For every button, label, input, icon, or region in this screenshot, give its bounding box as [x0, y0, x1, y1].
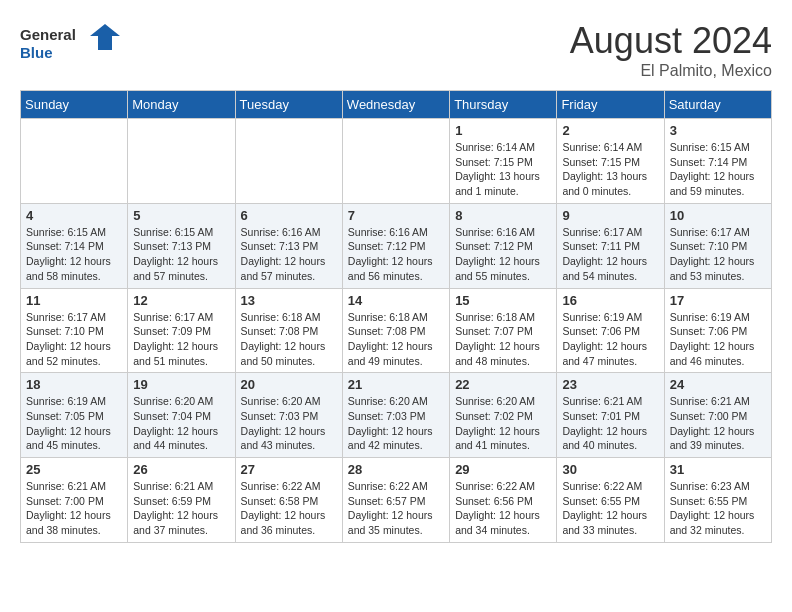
table-row: 21 Sunrise: 6:20 AMSunset: 7:03 PMDaylig…: [342, 373, 449, 458]
month-year: August 2024: [570, 20, 772, 62]
day-info: Sunrise: 6:22 AMSunset: 6:56 PMDaylight:…: [455, 479, 551, 538]
col-sunday: Sunday: [21, 91, 128, 119]
table-row: 9 Sunrise: 6:17 AMSunset: 7:11 PMDayligh…: [557, 203, 664, 288]
day-info: Sunrise: 6:15 AMSunset: 7:13 PMDaylight:…: [133, 225, 229, 284]
day-number: 12: [133, 293, 229, 308]
col-saturday: Saturday: [664, 91, 771, 119]
day-number: 16: [562, 293, 658, 308]
table-row: 4 Sunrise: 6:15 AMSunset: 7:14 PMDayligh…: [21, 203, 128, 288]
day-info: Sunrise: 6:20 AMSunset: 7:03 PMDaylight:…: [241, 394, 337, 453]
day-info: Sunrise: 6:18 AMSunset: 7:07 PMDaylight:…: [455, 310, 551, 369]
day-number: 26: [133, 462, 229, 477]
day-info: Sunrise: 6:21 AMSunset: 7:00 PMDaylight:…: [670, 394, 766, 453]
table-row: 17 Sunrise: 6:19 AMSunset: 7:06 PMDaylig…: [664, 288, 771, 373]
day-number: 29: [455, 462, 551, 477]
day-info: Sunrise: 6:14 AMSunset: 7:15 PMDaylight:…: [455, 140, 551, 199]
day-number: 3: [670, 123, 766, 138]
day-info: Sunrise: 6:19 AMSunset: 7:05 PMDaylight:…: [26, 394, 122, 453]
day-number: 27: [241, 462, 337, 477]
table-row: 25 Sunrise: 6:21 AMSunset: 7:00 PMDaylig…: [21, 458, 128, 543]
location: El Palmito, Mexico: [570, 62, 772, 80]
day-number: 21: [348, 377, 444, 392]
day-info: Sunrise: 6:16 AMSunset: 7:13 PMDaylight:…: [241, 225, 337, 284]
day-info: Sunrise: 6:18 AMSunset: 7:08 PMDaylight:…: [241, 310, 337, 369]
day-number: 1: [455, 123, 551, 138]
col-monday: Monday: [128, 91, 235, 119]
table-row: 2 Sunrise: 6:14 AMSunset: 7:15 PMDayligh…: [557, 119, 664, 204]
day-number: 13: [241, 293, 337, 308]
day-number: 8: [455, 208, 551, 223]
svg-marker-2: [90, 24, 120, 50]
day-number: 20: [241, 377, 337, 392]
day-info: Sunrise: 6:22 AMSunset: 6:57 PMDaylight:…: [348, 479, 444, 538]
table-row: 18 Sunrise: 6:19 AMSunset: 7:05 PMDaylig…: [21, 373, 128, 458]
logo: General Blue: [20, 20, 120, 66]
day-number: 14: [348, 293, 444, 308]
day-info: Sunrise: 6:16 AMSunset: 7:12 PMDaylight:…: [455, 225, 551, 284]
col-friday: Friday: [557, 91, 664, 119]
day-info: Sunrise: 6:22 AMSunset: 6:55 PMDaylight:…: [562, 479, 658, 538]
svg-text:General: General: [20, 26, 76, 43]
week-row-1: 1 Sunrise: 6:14 AMSunset: 7:15 PMDayligh…: [21, 119, 772, 204]
day-number: 19: [133, 377, 229, 392]
day-info: Sunrise: 6:22 AMSunset: 6:58 PMDaylight:…: [241, 479, 337, 538]
table-row: 13 Sunrise: 6:18 AMSunset: 7:08 PMDaylig…: [235, 288, 342, 373]
day-number: 2: [562, 123, 658, 138]
table-row: 28 Sunrise: 6:22 AMSunset: 6:57 PMDaylig…: [342, 458, 449, 543]
day-info: Sunrise: 6:21 AMSunset: 6:59 PMDaylight:…: [133, 479, 229, 538]
day-info: Sunrise: 6:21 AMSunset: 7:01 PMDaylight:…: [562, 394, 658, 453]
calendar-table: Sunday Monday Tuesday Wednesday Thursday…: [20, 90, 772, 543]
table-row: [235, 119, 342, 204]
table-row: 19 Sunrise: 6:20 AMSunset: 7:04 PMDaylig…: [128, 373, 235, 458]
table-row: [128, 119, 235, 204]
col-tuesday: Tuesday: [235, 91, 342, 119]
day-info: Sunrise: 6:17 AMSunset: 7:11 PMDaylight:…: [562, 225, 658, 284]
day-number: 7: [348, 208, 444, 223]
day-info: Sunrise: 6:17 AMSunset: 7:09 PMDaylight:…: [133, 310, 229, 369]
day-info: Sunrise: 6:15 AMSunset: 7:14 PMDaylight:…: [26, 225, 122, 284]
day-number: 25: [26, 462, 122, 477]
day-number: 11: [26, 293, 122, 308]
day-info: Sunrise: 6:17 AMSunset: 7:10 PMDaylight:…: [26, 310, 122, 369]
day-info: Sunrise: 6:20 AMSunset: 7:04 PMDaylight:…: [133, 394, 229, 453]
day-info: Sunrise: 6:19 AMSunset: 7:06 PMDaylight:…: [562, 310, 658, 369]
svg-text:Blue: Blue: [20, 44, 53, 61]
table-row: 10 Sunrise: 6:17 AMSunset: 7:10 PMDaylig…: [664, 203, 771, 288]
day-number: 10: [670, 208, 766, 223]
day-info: Sunrise: 6:18 AMSunset: 7:08 PMDaylight:…: [348, 310, 444, 369]
table-row: 30 Sunrise: 6:22 AMSunset: 6:55 PMDaylig…: [557, 458, 664, 543]
table-row: 23 Sunrise: 6:21 AMSunset: 7:01 PMDaylig…: [557, 373, 664, 458]
week-row-3: 11 Sunrise: 6:17 AMSunset: 7:10 PMDaylig…: [21, 288, 772, 373]
table-row: 26 Sunrise: 6:21 AMSunset: 6:59 PMDaylig…: [128, 458, 235, 543]
title-block: August 2024 El Palmito, Mexico: [570, 20, 772, 80]
table-row: 16 Sunrise: 6:19 AMSunset: 7:06 PMDaylig…: [557, 288, 664, 373]
table-row: 20 Sunrise: 6:20 AMSunset: 7:03 PMDaylig…: [235, 373, 342, 458]
day-number: 23: [562, 377, 658, 392]
day-number: 30: [562, 462, 658, 477]
table-row: 22 Sunrise: 6:20 AMSunset: 7:02 PMDaylig…: [450, 373, 557, 458]
day-info: Sunrise: 6:15 AMSunset: 7:14 PMDaylight:…: [670, 140, 766, 199]
table-row: 27 Sunrise: 6:22 AMSunset: 6:58 PMDaylig…: [235, 458, 342, 543]
day-info: Sunrise: 6:16 AMSunset: 7:12 PMDaylight:…: [348, 225, 444, 284]
table-row: 7 Sunrise: 6:16 AMSunset: 7:12 PMDayligh…: [342, 203, 449, 288]
day-number: 15: [455, 293, 551, 308]
day-info: Sunrise: 6:19 AMSunset: 7:06 PMDaylight:…: [670, 310, 766, 369]
table-row: [21, 119, 128, 204]
table-row: 29 Sunrise: 6:22 AMSunset: 6:56 PMDaylig…: [450, 458, 557, 543]
table-row: 24 Sunrise: 6:21 AMSunset: 7:00 PMDaylig…: [664, 373, 771, 458]
day-number: 5: [133, 208, 229, 223]
table-row: 31 Sunrise: 6:23 AMSunset: 6:55 PMDaylig…: [664, 458, 771, 543]
table-row: 8 Sunrise: 6:16 AMSunset: 7:12 PMDayligh…: [450, 203, 557, 288]
day-number: 9: [562, 208, 658, 223]
day-number: 22: [455, 377, 551, 392]
day-number: 28: [348, 462, 444, 477]
table-row: 3 Sunrise: 6:15 AMSunset: 7:14 PMDayligh…: [664, 119, 771, 204]
day-info: Sunrise: 6:17 AMSunset: 7:10 PMDaylight:…: [670, 225, 766, 284]
day-number: 17: [670, 293, 766, 308]
table-row: 12 Sunrise: 6:17 AMSunset: 7:09 PMDaylig…: [128, 288, 235, 373]
col-thursday: Thursday: [450, 91, 557, 119]
day-number: 24: [670, 377, 766, 392]
calendar-header-row: Sunday Monday Tuesday Wednesday Thursday…: [21, 91, 772, 119]
day-info: Sunrise: 6:14 AMSunset: 7:15 PMDaylight:…: [562, 140, 658, 199]
day-number: 18: [26, 377, 122, 392]
